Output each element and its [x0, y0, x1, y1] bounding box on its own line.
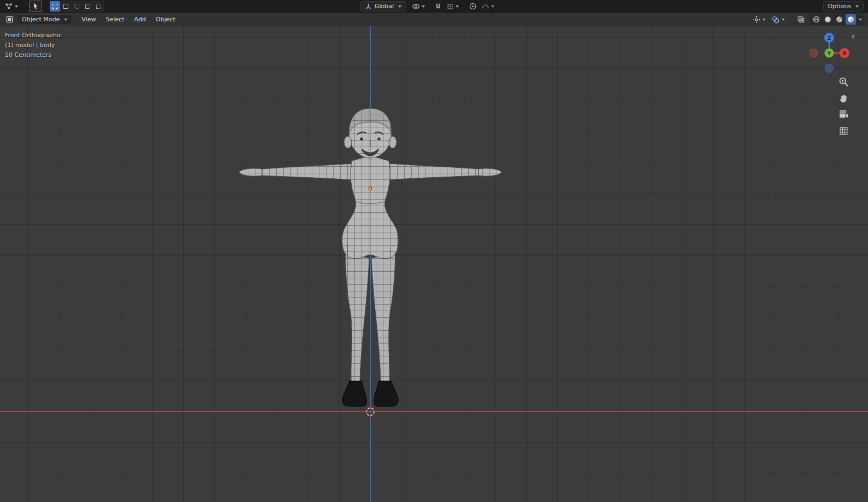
view-name-label: Front Orthographic: [5, 31, 62, 40]
menu-view[interactable]: View: [78, 14, 100, 25]
select-mode-button-extra[interactable]: [94, 1, 104, 11]
material-sphere-icon: [835, 15, 843, 24]
overlays-dropdown[interactable]: [770, 14, 786, 25]
shading-mode-group: [809, 14, 864, 25]
cursor-3d: [363, 404, 378, 419]
orientation-label: Global: [375, 3, 394, 10]
blender-window: Global: [0, 0, 868, 502]
xray-icon: [797, 15, 805, 24]
lasso-select-icon: [85, 4, 90, 9]
viewport-overlay-text: Front Orthographic (1) model | body 10 C…: [5, 31, 62, 60]
axes-icon: [365, 3, 372, 10]
circle-dot-icon: [469, 2, 477, 10]
active-tool-button[interactable]: [29, 1, 42, 12]
gizmo-icon: [752, 15, 761, 24]
active-object-label: (1) model | body: [5, 40, 62, 50]
snap-increment-icon: [446, 3, 454, 10]
viewport-side-tools: [837, 77, 850, 136]
tweak-icon: [53, 4, 57, 9]
shading-solid-button[interactable]: [823, 14, 833, 25]
menu-add[interactable]: Add: [130, 14, 149, 25]
solid-sphere-icon: [824, 15, 832, 24]
gizmo-ball-x[interactable]: X: [840, 48, 849, 58]
options-label: Options: [828, 3, 851, 10]
chevron-down-icon: [491, 5, 494, 8]
mode-label: Object Mode: [22, 16, 60, 23]
proportional-falloff-dropdown[interactable]: [480, 1, 496, 11]
pan-hand-icon: [838, 93, 849, 103]
rendered-sphere-icon: [847, 15, 855, 24]
select-mode-button-box[interactable]: [61, 1, 71, 11]
gizmo-ball-z-negative[interactable]: [825, 65, 834, 73]
model-left-shoe: [342, 381, 366, 406]
select-mode-button-circle[interactable]: [72, 1, 82, 11]
xray-toggle-button[interactable]: [796, 14, 806, 25]
zoom-icon: [838, 77, 849, 87]
overlays-icon: [771, 15, 780, 24]
extra-select-icon: [96, 4, 101, 9]
proportional-editing-toggle[interactable]: [468, 1, 478, 11]
viewport-editor-icon: [5, 15, 14, 24]
two-circles-icon: [412, 2, 420, 10]
shading-material-button[interactable]: [834, 14, 844, 25]
gizmo-ball-z[interactable]: Z: [824, 33, 834, 43]
grid-ortho-icon: [838, 126, 849, 136]
transform-orientation-dropdown[interactable]: Global: [360, 1, 406, 11]
topbar: Global: [0, 0, 868, 13]
chevron-down-icon: [762, 19, 766, 21]
grid-scale-label: 10 Centimeters: [5, 50, 62, 60]
shading-wireframe-button[interactable]: [811, 14, 822, 25]
snap-settings-dropdown[interactable]: [445, 1, 460, 11]
svg-text:Z: Z: [828, 36, 831, 41]
chevron-down-icon: [456, 5, 459, 8]
pivot-point-dropdown[interactable]: [411, 1, 426, 11]
pan-button[interactable]: [837, 93, 850, 103]
gizmo-ball-x-negative[interactable]: [810, 49, 818, 57]
menu-object[interactable]: Object: [152, 14, 179, 25]
zoom-button[interactable]: [837, 77, 850, 87]
select-mode-button-lasso[interactable]: [83, 1, 93, 11]
svg-text:Y: Y: [827, 51, 831, 56]
show-gizmos-dropdown[interactable]: [751, 14, 767, 25]
circle-select-icon: [74, 4, 79, 9]
editor-type-button[interactable]: [3, 1, 19, 11]
select-cursor-icon: [32, 2, 39, 10]
chevron-down-icon: [855, 5, 859, 8]
object-origin-dot: [369, 187, 372, 190]
svg-text:X: X: [843, 51, 847, 56]
shading-dropdown-chevron-icon[interactable]: [859, 19, 862, 21]
node-graph-icon: [4, 2, 13, 11]
character-model-object[interactable]: [234, 94, 507, 422]
toggle-ortho-button[interactable]: [837, 126, 850, 136]
shading-rendered-button[interactable]: [846, 14, 856, 25]
options-dropdown[interactable]: Options: [823, 1, 864, 11]
wireframe-sphere-icon: [812, 15, 820, 24]
box-select-icon: [63, 4, 68, 9]
viewport-header: Object Mode View Select Add Object: [0, 13, 868, 26]
navigation-gizmo[interactable]: Z X Y: [806, 30, 852, 76]
select-mode-button-tweak[interactable]: [50, 1, 60, 11]
region-toggle-arrow[interactable]: [851, 34, 854, 39]
model-right-shoe: [374, 381, 398, 406]
chevron-down-icon: [422, 5, 425, 8]
chevron-down-icon: [64, 19, 67, 21]
camera-view-button[interactable]: [837, 109, 850, 120]
select-mode-group: [49, 1, 104, 12]
mode-dropdown[interactable]: Object Mode: [17, 14, 72, 25]
chevron-down-icon: [398, 5, 401, 8]
camera-icon: [838, 109, 849, 120]
chevron-down-icon: [15, 5, 18, 8]
chevron-down-icon: [782, 19, 785, 21]
menu-select[interactable]: Select: [102, 14, 128, 25]
magnet-icon: [434, 3, 442, 10]
curve-icon: [481, 2, 490, 10]
gizmo-ball-y[interactable]: Y: [825, 49, 834, 58]
editor-type-selector[interactable]: [4, 14, 15, 25]
snap-toggle-button[interactable]: [433, 1, 443, 11]
viewport-3d[interactable]: Front Orthographic (1) model | body 10 C…: [0, 26, 868, 502]
